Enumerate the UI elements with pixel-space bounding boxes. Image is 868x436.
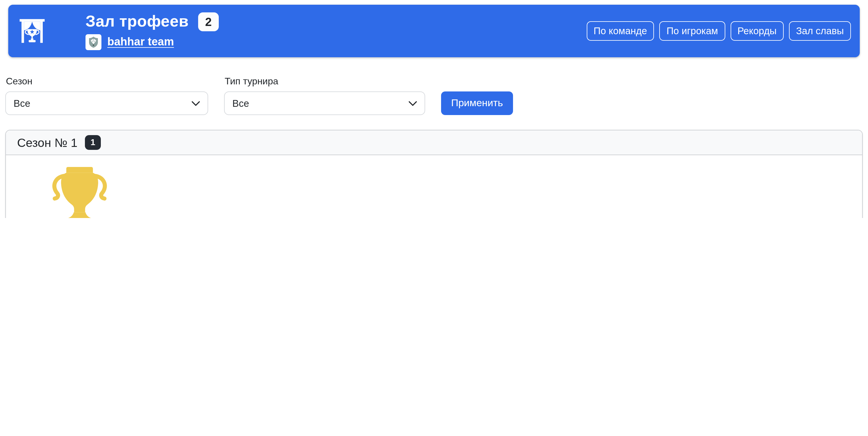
tournament-type-select-value: Все	[232, 98, 249, 109]
season-card-1: Сезон № 1 1 A League Кубок (че	[5, 130, 863, 218]
filters-bar: Сезон Все Тип турнира Все	[5, 76, 863, 115]
trophy-hall-icon	[17, 15, 48, 47]
nav-button-hall-of-fame[interactable]: Зал славы	[789, 21, 851, 41]
app-header: Зал трофеев 2 bahhar team По команде	[8, 5, 860, 57]
season-select-value: Все	[13, 98, 30, 109]
apply-button[interactable]: Применить	[441, 91, 513, 115]
nav-button-by-team[interactable]: По команде	[586, 21, 654, 41]
tournament-type-filter-label: Тип турнира	[225, 76, 425, 87]
nav-button-by-players[interactable]: По игрокам	[659, 21, 725, 41]
season-title: Сезон № 1	[17, 136, 78, 150]
gold-cup-trophy-icon	[48, 165, 112, 218]
page-title: Зал трофеев	[86, 13, 189, 30]
trophy-hall-page: Зал трофеев 2 bahhar team По команде	[0, 0, 868, 218]
season-select[interactable]: Все	[5, 91, 208, 115]
team-link[interactable]: bahhar team	[107, 35, 174, 48]
trophy-total-badge: 2	[198, 12, 219, 31]
header-nav: По команде По игрокам Рекорды Зал славы	[586, 21, 851, 41]
chevron-down-icon	[409, 100, 417, 106]
chevron-down-icon	[192, 100, 200, 106]
trophy-item: A League Кубок (чемпионство)	[18, 165, 142, 218]
team-shield-icon	[86, 34, 101, 50]
season-card-1-header: Сезон № 1 1	[6, 130, 862, 155]
nav-button-records[interactable]: Рекорды	[730, 21, 784, 41]
tournament-type-select[interactable]: Все	[224, 91, 425, 115]
season-card-1-body: A League Кубок (чемпионство)	[6, 155, 862, 218]
season-filter-label: Сезон	[6, 76, 208, 87]
season-trophy-count-badge: 1	[85, 136, 100, 150]
